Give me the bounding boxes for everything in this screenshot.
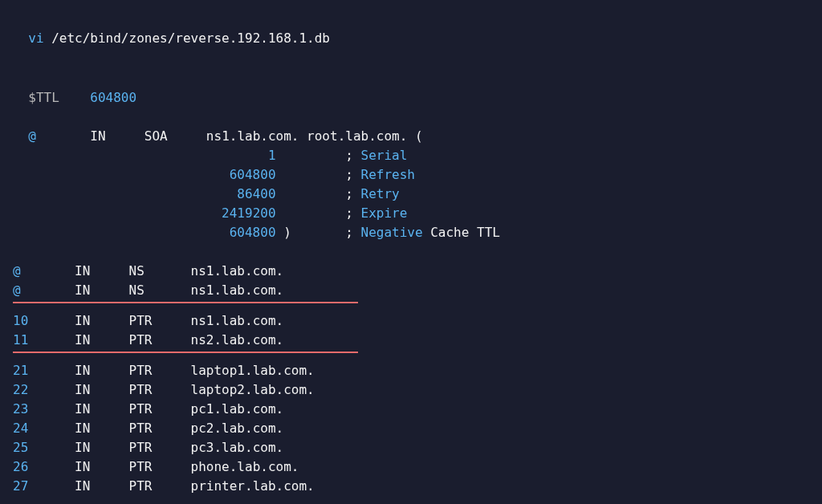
ptr-addr: 25 [13, 440, 75, 455]
ptr-addr: 24 [13, 421, 75, 436]
ptr-addr: 23 [13, 401, 75, 417]
ptr-addr: 10 [13, 313, 75, 328]
soa-retry-value: 86400 [237, 186, 275, 201]
ptr-ns-records: 10 IN PTR ns1.lab.com.11 IN PTR ns2.lab.… [13, 311, 809, 350]
soa-param-serial: 1 ; Serial [13, 146, 809, 165]
ptr-class: IN [75, 440, 128, 455]
ptr-type: PTR [129, 459, 191, 474]
soa-mname: ns1.lab.com. [206, 128, 299, 144]
ptr-type: PTR [129, 421, 191, 436]
ptr-host-record-row: 24 IN PTR pc2.lab.com. [13, 419, 809, 438]
soa-serial-value: 1 [268, 148, 276, 163]
ptr-target: pc1.lab.com. [191, 401, 284, 417]
soa-retry-comment: Retry [361, 186, 400, 201]
ptr-ns-record-row: 10 IN PTR ns1.lab.com. [13, 311, 809, 331]
ptr-addr: 27 [13, 478, 75, 494]
soa-close-paren: ) [283, 225, 291, 240]
ttl-line: $TTL 604800 [13, 69, 809, 108]
ptr-type: PTR [129, 363, 191, 378]
divider-red-1 [13, 302, 358, 303]
ptr-type: PTR [129, 478, 191, 494]
ptr-type: PTR [129, 401, 191, 417]
ns-type: NS [129, 282, 191, 298]
semi: ; [345, 186, 353, 201]
soa-refresh-value: 604800 [230, 167, 276, 182]
ptr-target: ns2.lab.com. [191, 332, 284, 348]
ptr-class: IN [75, 401, 128, 417]
ns-target: ns1.lab.com. [191, 282, 284, 298]
ns-origin: @ [13, 282, 75, 298]
soa-param-expire: 2419200 ; Expire [13, 204, 809, 223]
semi: ; [345, 148, 353, 163]
ns-record-row: @ IN NS ns1.lab.com. [13, 281, 809, 300]
ptr-addr: 11 [13, 332, 75, 348]
vi-command: vi [28, 30, 43, 46]
soa-open-paren: ( [415, 128, 423, 144]
semi: ; [345, 167, 353, 182]
ptr-host-records: 21 IN PTR laptop1.lab.com.22 IN PTR lapt… [13, 361, 809, 496]
ptr-target: laptop2.lab.com. [191, 382, 315, 397]
ptr-class: IN [75, 421, 128, 436]
ttl-value: 604800 [90, 90, 136, 105]
ptr-host-record-row: 25 IN PTR pc3.lab.com. [13, 438, 809, 457]
ptr-ns-record-row: 11 IN PTR ns2.lab.com. [13, 331, 809, 350]
ptr-class: IN [75, 478, 128, 494]
soa-param-refresh: 604800 ; Refresh [13, 165, 809, 185]
soa-expire-value: 2419200 [222, 205, 275, 221]
soa-serial-comment: Serial [361, 148, 408, 163]
ptr-target: phone.lab.com. [191, 459, 299, 474]
ns-record-row: @ IN NS ns1.lab.com. [13, 262, 809, 281]
ptr-host-record-row: 27 IN PTR printer.lab.com. [13, 477, 809, 496]
ptr-addr: 22 [13, 382, 75, 397]
ttl-label: $TTL [28, 90, 59, 105]
ptr-addr: 26 [13, 459, 75, 474]
ptr-target: ns1.lab.com. [191, 313, 284, 328]
ptr-class: IN [75, 459, 128, 474]
divider-red-2 [13, 352, 358, 353]
ptr-type: PTR [129, 313, 191, 328]
ptr-target: printer.lab.com. [191, 478, 315, 494]
vi-command-line: vi /etc/bind/zones/reverse.192.168.1.db [13, 10, 809, 48]
ptr-class: IN [75, 363, 128, 378]
ptr-target: laptop1.lab.com. [191, 363, 315, 378]
ns-origin: @ [13, 263, 75, 278]
ns-class: IN [75, 263, 128, 278]
ptr-target: pc2.lab.com. [191, 421, 284, 436]
ptr-addr: 21 [13, 363, 75, 378]
ns-type: NS [129, 263, 191, 278]
ptr-class: IN [75, 332, 128, 348]
ptr-type: PTR [129, 332, 191, 348]
soa-param-retry: 86400 ; Retry [13, 185, 809, 204]
ns-target: ns1.lab.com. [191, 263, 284, 278]
soa-negative-value: 604800 [230, 225, 276, 240]
soa-rname: root.lab.com. [307, 128, 407, 144]
ns-records: @ IN NS ns1.lab.com.@ IN NS ns1.lab.com. [13, 262, 809, 300]
soa-type: SOA [144, 128, 168, 144]
ptr-type: PTR [129, 440, 191, 455]
ptr-host-record-row: 22 IN PTR laptop2.lab.com. [13, 380, 809, 400]
soa-origin: @ [28, 128, 36, 144]
soa-class: IN [90, 128, 105, 144]
ptr-target: pc3.lab.com. [191, 440, 284, 455]
semi: ; [345, 225, 353, 240]
soa-refresh-comment: Refresh [361, 167, 415, 182]
semi: ; [345, 205, 353, 221]
soa-param-negative: 604800 ) ; Negative Cache TTL [13, 223, 809, 242]
ptr-class: IN [75, 382, 128, 397]
ptr-host-record-row: 26 IN PTR phone.lab.com. [13, 457, 809, 477]
soa-record-line: @ IN SOA ns1.lab.com. root.lab.com. ( [13, 108, 809, 146]
ns-class: IN [75, 282, 128, 298]
soa-expire-comment: Expire [361, 205, 408, 221]
ptr-type: PTR [129, 382, 191, 397]
soa-negative-comment: Negative [361, 225, 423, 240]
ptr-host-record-row: 21 IN PTR laptop1.lab.com. [13, 361, 809, 380]
soa-negative-extra: Cache TTL [430, 225, 500, 240]
file-path: /etc/bind/zones/reverse.192.168.1.db [51, 30, 330, 46]
ptr-host-record-row: 23 IN PTR pc1.lab.com. [13, 400, 809, 419]
ptr-class: IN [75, 313, 128, 328]
